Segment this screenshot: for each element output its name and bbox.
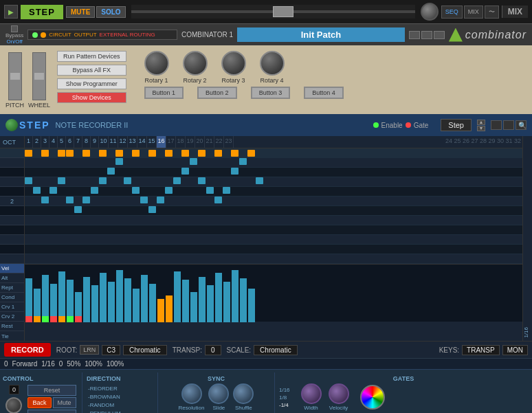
panel-button-4[interactable]: Button 4	[304, 87, 344, 99]
width-knob[interactable]	[301, 383, 322, 404]
offset-knob[interactable]	[5, 397, 22, 413]
mute-reset-button[interactable]: Mute	[53, 397, 76, 408]
volume-knob[interactable]	[421, 3, 439, 21]
measure-1[interactable]: 1	[25, 136, 33, 148]
scale-section: SCALE: Chromatic	[227, 345, 298, 355]
cond-mode-label[interactable]: Cond	[0, 293, 24, 302]
step-arrow-down[interactable]: ▼	[477, 126, 485, 131]
bypass-all-fx-button[interactable]: Bypass All FX	[57, 65, 126, 76]
svg-rect-60	[166, 295, 173, 322]
solo-button[interactable]: SOLO	[96, 6, 125, 18]
seq-button[interactable]: SEQ	[441, 5, 463, 19]
grid-row-0	[25, 148, 522, 158]
dir-random[interactable]: -RANDOM	[87, 401, 153, 409]
dir-brownian[interactable]: -BROWNIAN	[87, 393, 153, 401]
measure-23[interactable]: 23	[224, 136, 234, 148]
gate-led-icon[interactable]	[406, 122, 411, 128]
dir-reorder[interactable]: -REORDER	[87, 385, 153, 392]
volume-slider-area[interactable]	[131, 5, 415, 19]
bottom-row2: 0 Forward 1/16 0 50% 100% 100%	[0, 358, 532, 369]
scale-label2: SCALE:	[227, 346, 252, 354]
transp-keys-button[interactable]: TRANSP	[462, 345, 500, 355]
panel-button-2[interactable]: Button 2	[197, 87, 237, 99]
measure-8[interactable]: 8	[82, 136, 91, 148]
measure-7[interactable]: 7	[74, 136, 82, 148]
measure-3[interactable]: 3	[41, 136, 49, 148]
rotary-4-knob[interactable]	[260, 51, 285, 76]
measure-6[interactable]: 6	[66, 136, 74, 148]
slider-thumb[interactable]	[273, 6, 293, 17]
reset-button[interactable]: Reset	[27, 385, 76, 396]
measure-4[interactable]: 4	[49, 136, 58, 148]
slide-knob[interactable]	[208, 383, 229, 404]
dir-pendulum[interactable]: -PENDULUM	[87, 410, 153, 413]
measure-16[interactable]: 16	[157, 136, 166, 148]
measure-5[interactable]: 5	[58, 136, 66, 148]
header-icon-1[interactable]	[491, 120, 502, 130]
run-pattern-devices-button[interactable]: Run Pattern Devices	[57, 51, 126, 62]
measure-11[interactable]: 11	[109, 136, 118, 148]
header-icon-2[interactable]	[503, 120, 514, 130]
measure-18[interactable]: 18	[176, 136, 186, 148]
rate-2-label[interactable]: 1/8	[279, 394, 290, 401]
transp-section: TRANSP: 0	[173, 345, 221, 355]
shuffle-knob[interactable]	[233, 383, 254, 404]
rest-button[interactable]: Rest	[27, 410, 76, 413]
bypass-checkbox[interactable]	[11, 25, 18, 32]
measure-22[interactable]: 22	[214, 136, 224, 148]
play-button[interactable]: ▶	[4, 5, 18, 19]
mute-button[interactable]: MUTE	[66, 6, 95, 18]
back-button[interactable]: Back	[27, 397, 51, 408]
transp-value: 0	[205, 345, 221, 355]
window-btn-2[interactable]	[421, 31, 432, 39]
step-size-label: 1/16	[523, 327, 532, 338]
crv2-mode-label[interactable]: Crv 2	[0, 312, 24, 322]
measure-17[interactable]: 17	[166, 136, 176, 148]
step-arrow-up[interactable]: ▲	[477, 120, 485, 125]
measure-14[interactable]: 14	[137, 136, 147, 148]
scale-display: Chromatic	[123, 345, 167, 355]
measure-12[interactable]: 12	[118, 136, 128, 148]
rate-1-label[interactable]: 1/16	[279, 387, 290, 393]
panel-button-3[interactable]: Button 3	[251, 87, 291, 99]
velocity-area	[25, 264, 522, 322]
record-button[interactable]: RECORD	[4, 343, 51, 357]
measure-15[interactable]: 15	[147, 136, 157, 148]
show-devices-button[interactable]: Show Devices	[57, 92, 126, 103]
pitch-handle[interactable]	[10, 72, 21, 80]
measure-10[interactable]: 10	[99, 136, 109, 148]
alt-mode-label[interactable]: Alt	[0, 274, 24, 283]
resolution-knob[interactable]	[181, 383, 202, 404]
rotary-3-knob[interactable]	[221, 51, 246, 76]
measure-2[interactable]: 2	[33, 136, 41, 148]
init-patch-label: Init Patch	[237, 27, 405, 42]
rotary-2-knob[interactable]	[183, 51, 208, 76]
vel-mode-label[interactable]: Vel	[0, 264, 24, 274]
measure-13[interactable]: 13	[128, 136, 137, 148]
color-wheel-icon[interactable]	[360, 385, 385, 410]
grid-body[interactable]	[25, 148, 522, 264]
show-programmer-button[interactable]: Show Programmer	[57, 78, 126, 89]
pitch-slider[interactable]	[8, 52, 22, 100]
measure-21[interactable]: 21	[205, 136, 214, 148]
measure-9[interactable]: 9	[91, 136, 99, 148]
rotary-1-knob[interactable]	[144, 51, 169, 76]
enable-led-icon[interactable]	[373, 122, 379, 128]
wave-button[interactable]: 〜	[485, 5, 499, 19]
measure-20[interactable]: 20	[195, 136, 205, 148]
mix-button[interactable]: MIX	[464, 5, 483, 19]
wheel-slider[interactable]	[32, 52, 46, 100]
panel-button-1[interactable]: Button 1	[144, 87, 184, 99]
ctrl-left-panel: CONTROL 0 Offset Reset Back Mute Rest	[0, 372, 82, 413]
rept-mode-label[interactable]: Rept	[0, 283, 24, 293]
crv1-mode-label[interactable]: Crv 1	[0, 302, 24, 312]
rate-3-label[interactable]: -1/4	[279, 402, 290, 408]
measure-19[interactable]: 19	[186, 136, 195, 148]
mon-button[interactable]: MON	[502, 345, 528, 355]
window-btn-3[interactable]	[434, 31, 445, 39]
search-icon[interactable]: 🔍	[518, 122, 527, 129]
velocity-knob[interactable]	[329, 383, 349, 404]
window-btn-1[interactable]	[409, 31, 420, 39]
wheel-handle[interactable]	[34, 72, 45, 80]
lrn-button[interactable]: LRN	[80, 345, 99, 355]
